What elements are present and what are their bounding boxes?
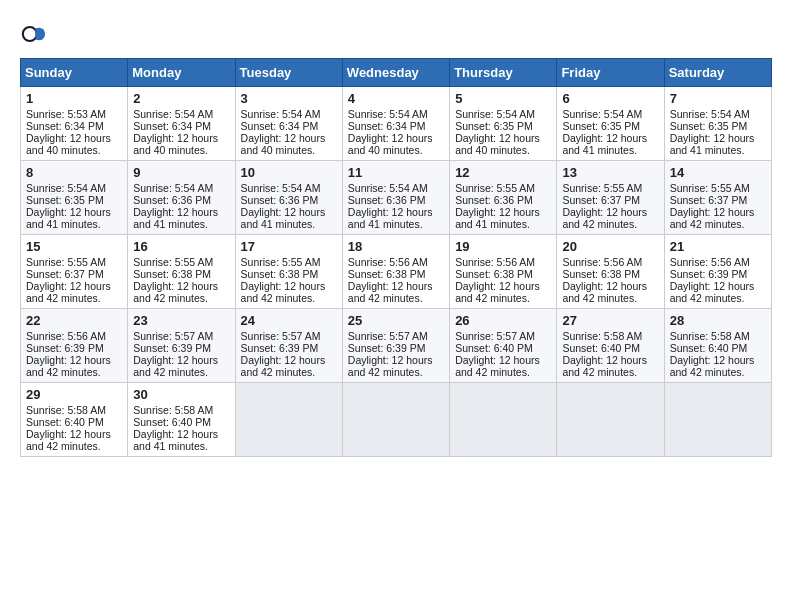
daylight-label: Daylight: 12 hours and 41 minutes.: [348, 206, 433, 230]
calendar-cell: 29 Sunrise: 5:58 AM Sunset: 6:40 PM Dayl…: [21, 383, 128, 457]
day-header-friday: Friday: [557, 59, 664, 87]
day-header-tuesday: Tuesday: [235, 59, 342, 87]
daylight-label: Daylight: 12 hours and 42 minutes.: [562, 206, 647, 230]
daylight-label: Daylight: 12 hours and 41 minutes.: [455, 206, 540, 230]
day-number: 14: [670, 165, 766, 180]
sunrise-label: Sunrise: 5:53 AM: [26, 108, 106, 120]
day-number: 1: [26, 91, 122, 106]
sunset-label: Sunset: 6:35 PM: [670, 120, 748, 132]
sunrise-label: Sunrise: 5:54 AM: [241, 108, 321, 120]
sunrise-label: Sunrise: 5:58 AM: [26, 404, 106, 416]
daylight-label: Daylight: 12 hours and 42 minutes.: [670, 354, 755, 378]
sunset-label: Sunset: 6:38 PM: [133, 268, 211, 280]
daylight-label: Daylight: 12 hours and 40 minutes.: [133, 132, 218, 156]
calendar-cell: 1 Sunrise: 5:53 AM Sunset: 6:34 PM Dayli…: [21, 87, 128, 161]
calendar-cell: 13 Sunrise: 5:55 AM Sunset: 6:37 PM Dayl…: [557, 161, 664, 235]
sunrise-label: Sunrise: 5:55 AM: [562, 182, 642, 194]
day-number: 20: [562, 239, 658, 254]
calendar-cell: 25 Sunrise: 5:57 AM Sunset: 6:39 PM Dayl…: [342, 309, 449, 383]
sunset-label: Sunset: 6:40 PM: [26, 416, 104, 428]
day-number: 12: [455, 165, 551, 180]
calendar-cell: [664, 383, 771, 457]
sunset-label: Sunset: 6:40 PM: [455, 342, 533, 354]
sunset-label: Sunset: 6:37 PM: [26, 268, 104, 280]
sunset-label: Sunset: 6:34 PM: [133, 120, 211, 132]
daylight-label: Daylight: 12 hours and 42 minutes.: [133, 354, 218, 378]
day-header-thursday: Thursday: [450, 59, 557, 87]
sunrise-label: Sunrise: 5:56 AM: [26, 330, 106, 342]
daylight-label: Daylight: 12 hours and 41 minutes.: [26, 206, 111, 230]
sunrise-label: Sunrise: 5:55 AM: [26, 256, 106, 268]
svg-point-0: [23, 27, 37, 41]
sunrise-label: Sunrise: 5:54 AM: [348, 182, 428, 194]
calendar-cell: 15 Sunrise: 5:55 AM Sunset: 6:37 PM Dayl…: [21, 235, 128, 309]
day-number: 24: [241, 313, 337, 328]
day-number: 8: [26, 165, 122, 180]
daylight-label: Daylight: 12 hours and 41 minutes.: [562, 132, 647, 156]
day-number: 22: [26, 313, 122, 328]
sunrise-label: Sunrise: 5:58 AM: [670, 330, 750, 342]
sunrise-label: Sunrise: 5:54 AM: [455, 108, 535, 120]
sunrise-label: Sunrise: 5:56 AM: [670, 256, 750, 268]
day-number: 7: [670, 91, 766, 106]
day-number: 16: [133, 239, 229, 254]
sunrise-label: Sunrise: 5:55 AM: [670, 182, 750, 194]
calendar-cell: [342, 383, 449, 457]
sunrise-label: Sunrise: 5:57 AM: [348, 330, 428, 342]
calendar-header-row: SundayMondayTuesdayWednesdayThursdayFrid…: [21, 59, 772, 87]
sunrise-label: Sunrise: 5:55 AM: [133, 256, 213, 268]
sunrise-label: Sunrise: 5:56 AM: [455, 256, 535, 268]
day-header-saturday: Saturday: [664, 59, 771, 87]
calendar-cell: 17 Sunrise: 5:55 AM Sunset: 6:38 PM Dayl…: [235, 235, 342, 309]
calendar-cell: 14 Sunrise: 5:55 AM Sunset: 6:37 PM Dayl…: [664, 161, 771, 235]
day-number: 10: [241, 165, 337, 180]
sunset-label: Sunset: 6:38 PM: [241, 268, 319, 280]
day-number: 18: [348, 239, 444, 254]
sunrise-label: Sunrise: 5:54 AM: [133, 182, 213, 194]
calendar-cell: 2 Sunrise: 5:54 AM Sunset: 6:34 PM Dayli…: [128, 87, 235, 161]
sunrise-label: Sunrise: 5:55 AM: [455, 182, 535, 194]
sunset-label: Sunset: 6:40 PM: [562, 342, 640, 354]
daylight-label: Daylight: 12 hours and 42 minutes.: [26, 354, 111, 378]
sunrise-label: Sunrise: 5:58 AM: [562, 330, 642, 342]
calendar-cell: 23 Sunrise: 5:57 AM Sunset: 6:39 PM Dayl…: [128, 309, 235, 383]
calendar-cell: 22 Sunrise: 5:56 AM Sunset: 6:39 PM Dayl…: [21, 309, 128, 383]
calendar-cell: 4 Sunrise: 5:54 AM Sunset: 6:34 PM Dayli…: [342, 87, 449, 161]
calendar-cell: 28 Sunrise: 5:58 AM Sunset: 6:40 PM Dayl…: [664, 309, 771, 383]
day-number: 23: [133, 313, 229, 328]
calendar-cell: 5 Sunrise: 5:54 AM Sunset: 6:35 PM Dayli…: [450, 87, 557, 161]
sunset-label: Sunset: 6:39 PM: [670, 268, 748, 280]
sunrise-label: Sunrise: 5:54 AM: [348, 108, 428, 120]
daylight-label: Daylight: 12 hours and 42 minutes.: [241, 354, 326, 378]
day-number: 4: [348, 91, 444, 106]
sunset-label: Sunset: 6:34 PM: [348, 120, 426, 132]
sunrise-label: Sunrise: 5:55 AM: [241, 256, 321, 268]
sunset-label: Sunset: 6:39 PM: [241, 342, 319, 354]
calendar-cell: 27 Sunrise: 5:58 AM Sunset: 6:40 PM Dayl…: [557, 309, 664, 383]
daylight-label: Daylight: 12 hours and 40 minutes.: [241, 132, 326, 156]
sunrise-label: Sunrise: 5:58 AM: [133, 404, 213, 416]
sunrise-label: Sunrise: 5:57 AM: [241, 330, 321, 342]
sunset-label: Sunset: 6:38 PM: [455, 268, 533, 280]
daylight-label: Daylight: 12 hours and 40 minutes.: [348, 132, 433, 156]
daylight-label: Daylight: 12 hours and 42 minutes.: [455, 280, 540, 304]
daylight-label: Daylight: 12 hours and 42 minutes.: [348, 354, 433, 378]
calendar-cell: 12 Sunrise: 5:55 AM Sunset: 6:36 PM Dayl…: [450, 161, 557, 235]
daylight-label: Daylight: 12 hours and 40 minutes.: [26, 132, 111, 156]
sunset-label: Sunset: 6:38 PM: [348, 268, 426, 280]
daylight-label: Daylight: 12 hours and 42 minutes.: [133, 280, 218, 304]
calendar-cell: 10 Sunrise: 5:54 AM Sunset: 6:36 PM Dayl…: [235, 161, 342, 235]
daylight-label: Daylight: 12 hours and 42 minutes.: [562, 354, 647, 378]
day-number: 26: [455, 313, 551, 328]
daylight-label: Daylight: 12 hours and 42 minutes.: [670, 280, 755, 304]
day-number: 2: [133, 91, 229, 106]
day-header-wednesday: Wednesday: [342, 59, 449, 87]
calendar-cell: 8 Sunrise: 5:54 AM Sunset: 6:35 PM Dayli…: [21, 161, 128, 235]
sunrise-label: Sunrise: 5:54 AM: [26, 182, 106, 194]
sunset-label: Sunset: 6:36 PM: [348, 194, 426, 206]
day-number: 27: [562, 313, 658, 328]
day-number: 6: [562, 91, 658, 106]
calendar-cell: 26 Sunrise: 5:57 AM Sunset: 6:40 PM Dayl…: [450, 309, 557, 383]
calendar-cell: 9 Sunrise: 5:54 AM Sunset: 6:36 PM Dayli…: [128, 161, 235, 235]
day-header-sunday: Sunday: [21, 59, 128, 87]
